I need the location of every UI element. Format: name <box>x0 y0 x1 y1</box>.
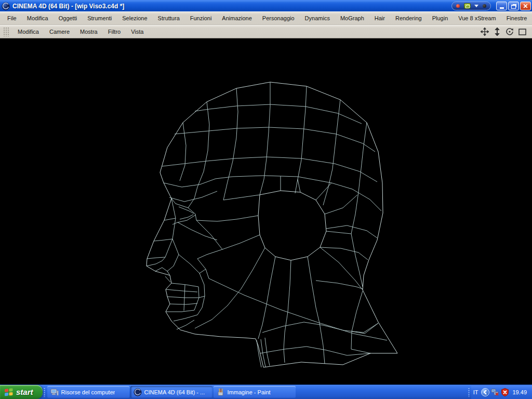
nvidia-status-dot-icon <box>483 4 486 8</box>
close-button[interactable]: ✕ <box>520 2 531 10</box>
wireframe-edge <box>166 310 194 312</box>
viewport-nav-icons <box>480 27 527 36</box>
wireframe-edge <box>200 269 206 273</box>
task-button-label: Immagine - Paint <box>228 389 271 395</box>
wireframe-edge <box>197 235 260 259</box>
wireframe-edge <box>167 297 199 298</box>
start-button[interactable]: start <box>0 385 43 399</box>
desktop: CINEMA 4D (64 Bit) - [wip Viso3.c4d *] ✕… <box>0 0 532 399</box>
viewport-menu-camere[interactable]: Camere <box>44 27 75 37</box>
rotate-icon[interactable] <box>505 27 514 36</box>
wireframe-edge <box>209 278 387 340</box>
minimize-icon <box>500 7 504 9</box>
wireframe-edge <box>326 231 351 234</box>
menu-plugin[interactable]: Plugin <box>427 14 454 23</box>
wireframe-edge <box>165 198 176 257</box>
menu-funzioni[interactable]: Funzioni <box>185 14 217 23</box>
restore-button[interactable] <box>508 2 519 10</box>
wireframe-edge <box>351 291 363 349</box>
wireframe-edge <box>351 349 370 353</box>
wireframe-edge <box>223 88 238 200</box>
windows-flag-icon <box>4 388 14 397</box>
my-computer-icon <box>50 388 59 396</box>
wireframe-edge <box>195 214 196 220</box>
wireframe-edge <box>178 222 217 240</box>
taskbar-button-risorse-del-computer[interactable]: Risorse del computer <box>47 386 129 398</box>
viewport-menu-items: ModificaCamereMostraFiltroVista <box>12 27 149 37</box>
wireframe-edge <box>320 247 368 260</box>
menu-hair[interactable]: Hair <box>369 14 390 23</box>
wireframe-edge <box>164 218 176 220</box>
quick-launch-separator[interactable] <box>43 385 47 399</box>
wireframe-edge <box>165 276 170 282</box>
toolbar-grip-handle[interactable] <box>3 27 9 36</box>
3d-viewport[interactable] <box>0 38 532 384</box>
wireframe-edge <box>170 303 197 304</box>
wireframe-edge <box>195 104 362 124</box>
taskbar-button-cinema-4d-64-bit[interactable]: CINEMA 4D (64 Bit) - ... <box>130 386 212 398</box>
zoom-icon[interactable] <box>493 27 502 36</box>
clock[interactable]: 19.49 <box>512 389 527 395</box>
wireframe-edge <box>175 127 375 152</box>
wireframe-edge <box>351 123 367 234</box>
wireframe-edge <box>154 239 172 241</box>
maximize-view-icon[interactable] <box>517 27 527 36</box>
wireframe-edge <box>199 296 205 298</box>
wireframe-edge <box>178 215 195 222</box>
tray-icons <box>481 388 509 396</box>
menu-mograph[interactable]: MoGraph <box>335 14 369 23</box>
hide-icons-chevron-icon[interactable] <box>481 388 489 396</box>
menu-animazione[interactable]: Animazione <box>217 14 257 23</box>
wireframe-edge <box>320 247 363 290</box>
menu-modifica[interactable]: Modifica <box>22 14 54 23</box>
viewport-toolbar: ModificaCamereMostraFiltroVista <box>0 25 532 38</box>
network-disconnected-icon[interactable] <box>491 388 499 396</box>
menu-oggetti[interactable]: Oggetti <box>54 14 82 23</box>
pan-icon[interactable] <box>480 27 489 36</box>
menu-struttura[interactable]: Struttura <box>153 14 185 23</box>
viewport-menu-filtro[interactable]: Filtro <box>103 27 126 37</box>
window-title: CINEMA 4D (64 Bit) - [wip Viso3.c4d *] <box>12 3 124 10</box>
menu-personaggio[interactable]: Personaggio <box>257 14 300 23</box>
menu-strumenti[interactable]: Strumenti <box>82 14 117 23</box>
wireframe-edge <box>147 257 165 259</box>
menu-file[interactable]: File <box>2 14 22 23</box>
security-alert-icon[interactable] <box>501 388 509 396</box>
menu-vue-8-xstream[interactable]: Vue 8 xStream <box>453 14 501 23</box>
task-button-label: CINEMA 4D (64 Bit) - ... <box>144 389 205 395</box>
minimize-button[interactable] <box>496 2 507 10</box>
paint-icon <box>217 388 225 396</box>
wireframe-edge <box>195 248 265 328</box>
wireframe-edge <box>223 195 260 200</box>
wireframe-edge <box>166 289 197 292</box>
wireframe-edge <box>263 353 397 367</box>
wireframe-edge <box>316 183 331 200</box>
nvidia-logo-icon <box>464 3 471 9</box>
wireframe-edge <box>180 215 193 219</box>
wireframe-edge <box>179 207 194 214</box>
wireframe-edge <box>260 347 370 355</box>
viewport-menu-modifica[interactable]: Modifica <box>12 27 44 37</box>
wireframe-edge <box>194 287 199 310</box>
language-indicator[interactable]: IT <box>473 389 478 395</box>
wireframe-edge <box>325 195 357 214</box>
viewport-menu-vista[interactable]: Vista <box>126 27 149 37</box>
wireframe-edge <box>196 220 222 249</box>
restore-icon <box>511 5 516 9</box>
menu-dynamics[interactable]: Dynamics <box>300 14 335 23</box>
wireframe-head-model <box>0 38 532 384</box>
cinema4d-app-icon[interactable] <box>2 2 10 10</box>
wireframe-edge <box>258 191 326 260</box>
nvidia-dropdown-arrow-icon <box>474 5 478 7</box>
wireframe-edge <box>260 82 270 195</box>
viewport-menu-mostra[interactable]: Mostra <box>75 27 103 37</box>
menu-selezione[interactable]: Selezione <box>117 14 152 23</box>
nvidia-tray-widget[interactable] <box>451 2 491 10</box>
wireframe-edge <box>298 179 300 192</box>
nvidia-record-dot-icon <box>456 4 460 8</box>
system-tray: IT 19.49 <box>471 385 532 399</box>
menu-finestre[interactable]: Finestre <box>501 14 532 23</box>
menu-rendering[interactable]: Rendering <box>390 14 427 23</box>
taskbar-button-immagine-paint[interactable]: Immagine - Paint <box>214 386 296 398</box>
wireframe-edge <box>197 259 209 278</box>
